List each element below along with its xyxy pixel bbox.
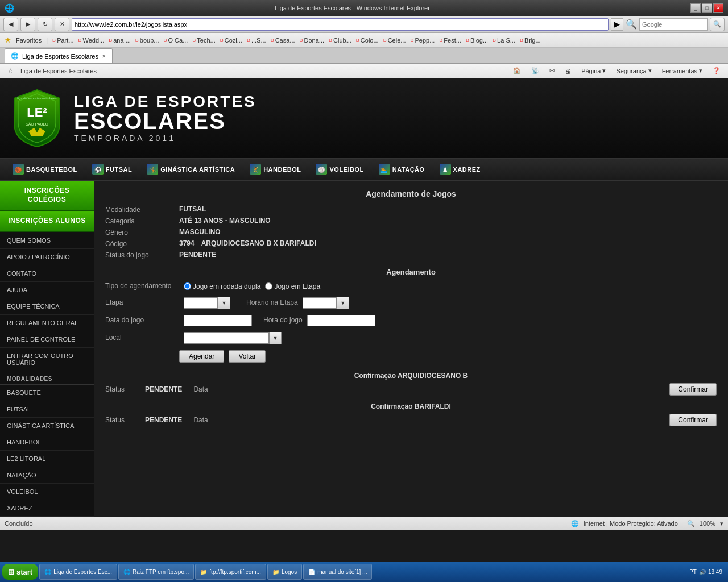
sport-item-futsal[interactable]: ⚽ FUTSAL [85,159,139,180]
fav-item-16[interactable]: B Blog... [466,37,488,44]
genero-value: MASCULINO [179,228,221,236]
back-button[interactable]: ◀ [3,18,18,31]
genero-label: Gênero [105,228,179,236]
sidebar-regulamento[interactable]: REGULAMENTO GERAL [0,315,94,331]
search-box[interactable] [639,18,708,31]
fav-item-15[interactable]: B Fest... [439,37,461,44]
fav-item-4[interactable]: B boub... [135,37,159,44]
refresh-button[interactable]: ↻ [38,18,52,31]
close-button[interactable]: ✕ [713,3,723,13]
go-button[interactable]: ▶ [611,18,623,31]
local-dropdown-btn[interactable]: ▼ [269,332,282,344]
home-icon-btn[interactable]: 🏠 [510,65,524,76]
fav-item-5[interactable]: B O Ca... [163,37,188,44]
print-icon-btn[interactable]: 🖨 [562,66,574,76]
blog-icon-12: B [356,38,359,43]
forward-button[interactable]: ▶ [20,18,35,31]
sport-item-basquetebol[interactable]: 🏀 BASQUETEBOL [6,159,84,180]
fav-item-3[interactable]: B ana ... [109,37,131,44]
mail-icon-btn[interactable]: ✉ [547,65,557,76]
minimize-button[interactable]: _ [690,3,701,13]
fav-item-13[interactable]: B Cele... [383,37,406,44]
futsal-icon: ⚽ [92,164,104,175]
active-tab[interactable]: 🌐 Liga de Esportes Escolares ✕ [5,48,113,63]
help-btn[interactable]: ❓ [710,65,723,76]
fav-item-18[interactable]: B Brig... [520,37,541,44]
arq-data-label: Data [193,385,208,393]
sidebar-voleibol[interactable]: VOLEIBOL [0,484,94,500]
sidebar-quem-somos[interactable]: QUEM SOMOS [0,232,94,249]
maximize-button[interactable]: □ [702,3,712,13]
sidebar-handebol[interactable]: HANDEBOL [0,434,94,451]
ie-fav-star[interactable]: ☆ [5,65,16,76]
radio-rodada-dupla-input[interactable] [184,282,191,290]
favorites-label[interactable]: Favoritos [16,37,42,44]
arq-confirmar-button[interactable]: Confirmar [669,383,717,396]
fav-item-12[interactable]: B Colo... [356,37,379,44]
inscricoes-alunos-btn[interactable]: INSCRIÇÕES ALUNOS [0,211,94,232]
bar-confirmar-button[interactable]: Confirmar [669,414,717,426]
sidebar-outro-usuario[interactable]: ENTRAR COM OUTRO USUÁRIO [0,348,94,371]
etapa-dropdown-btn[interactable]: ▼ [218,297,230,309]
sidebar-apoio[interactable]: APOIO / PATROCÍNIO [0,249,94,265]
fav-item-9[interactable]: B Casa... [271,37,295,44]
confirmacao-arq-section: Confirmação ARQUIDIOCESANO B Status PEND… [105,372,717,396]
arq-status-label: Status [105,385,125,393]
fav-item-7[interactable]: B Cozi... [220,37,242,44]
radio-etapa-input[interactable] [265,282,272,290]
confirmacao-bar-title: Confirmação BARIFALDI [105,402,717,410]
fav-item-17[interactable]: B La S... [493,37,515,44]
data-input[interactable] [184,315,252,326]
sidebar-natacao[interactable]: NATAÇÃO [0,467,94,484]
hora-input[interactable] [307,315,375,326]
fav-item-14[interactable]: B Pepp... [410,37,435,44]
horario-input[interactable] [303,297,337,309]
categoria-label: Categoria [105,217,179,225]
etapa-input[interactable] [184,297,218,309]
sidebar-ajuda[interactable]: AJUDA [0,282,94,298]
horario-dropdown-btn[interactable]: ▼ [337,297,349,309]
fav-item-8[interactable]: B ...S... [247,37,266,44]
fav-item-2[interactable]: B Wedd... [78,37,104,44]
sport-item-natacao[interactable]: 🏊 NATAÇÃO [372,159,432,180]
sidebar-painel[interactable]: PAINEL DE CONTROLE [0,331,94,348]
sidebar-xadrez[interactable]: XADREZ [0,500,94,517]
sidebar-basquete[interactable]: BASQUETE [0,385,94,401]
local-input[interactable] [184,332,269,344]
sport-item-handebol[interactable]: 🤾 HANDEBOL [243,159,308,180]
natacao-icon: 🏊 [379,164,390,175]
inscricoes-colegios-btn[interactable]: INSCRIÇÕES COLÉGIOS [0,181,94,211]
sidebar-equipe[interactable]: EQUIPE TÉCNICA [0,298,94,315]
fav-item-1[interactable]: B Part... [52,37,73,44]
tab-close-icon[interactable]: ✕ [102,53,106,59]
sidebar-le2litoral[interactable]: LE2 LITORAL [0,451,94,467]
fav-item-10[interactable]: B Dona... [300,37,324,44]
sidebar-ginastica[interactable]: GINÁSTICA ARTÍSTICA [0,418,94,434]
feeds-icon-btn[interactable]: 📡 [528,65,542,76]
sport-item-ginastica[interactable]: 🤸 GINÁSTICA ARTÍSTICA [140,159,242,180]
main-layout: INSCRIÇÕES COLÉGIOS INSCRIÇÕES ALUNOS QU… [0,181,728,517]
sport-item-voleibol[interactable]: 🏐 VOLEIBOL [309,159,370,180]
radio-etapa[interactable]: Jogo em Etapa [265,282,320,290]
stop-button[interactable]: ✕ [55,18,69,31]
search-go-button[interactable]: 🔍 [710,18,725,31]
fav-item-6[interactable]: B Tech... [192,37,215,44]
zoom-dropdown-icon[interactable]: ▾ [720,520,723,527]
voltar-button[interactable]: Voltar [229,350,266,363]
seguranca-btn[interactable]: Segurança ▾ [613,65,654,76]
tipo-label: Tipo de agendamento [105,282,179,291]
agendar-button[interactable]: Agendar [179,350,224,363]
pagina-btn[interactable]: Página ▾ [578,65,609,76]
address-bar[interactable] [72,18,609,31]
favorites-star-icon: ★ [5,36,11,44]
sidebar-futsal[interactable]: FUTSAL [0,401,94,418]
sidebar-contato[interactable]: CONTATO [0,265,94,282]
tab-label: Liga de Esportes Escolares [22,53,98,60]
sport-item-xadrez[interactable]: ♟ XADREZ [433,159,487,180]
seguranca-label: Segurança [616,68,646,74]
radio-rodada-dupla[interactable]: Jogo em rodada dupla [184,282,260,290]
tipo-agendamento-row: Tipo de agendamento Jogo em rodada dupla… [105,282,717,291]
fav-item-11[interactable]: B Club... [329,37,351,44]
ferramentas-btn[interactable]: Ferramentas ▾ [659,65,705,76]
natacao-label: NATAÇÃO [392,166,425,173]
